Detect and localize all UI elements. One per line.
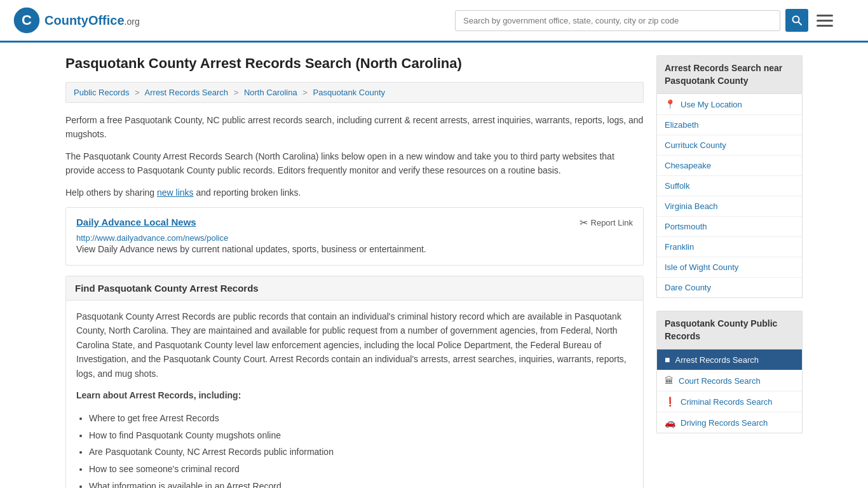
- breadcrumb-state[interactable]: North Carolina: [244, 88, 297, 97]
- sidebar-public-records-title: Pasquotank County Public Records: [656, 311, 803, 349]
- learn-list-item: Where to get free Arrest Records: [89, 410, 633, 427]
- sidebar-near-link[interactable]: Elizabeth: [665, 120, 698, 130]
- desc-para3-prefix: Help others by sharing: [65, 187, 157, 198]
- learn-list-item: How to find Pasquotank County mugshots o…: [89, 427, 633, 444]
- sidebar-near-link[interactable]: Dare County: [665, 283, 711, 292]
- sidebar: Arrest Records Search near Pasquotank Co…: [656, 55, 803, 488]
- sidebar-item-use-my-location[interactable]: 📍 Use My Location: [657, 94, 802, 115]
- search-button[interactable]: [785, 9, 808, 32]
- main-content: Pasquotank County Arrest Records Search …: [65, 55, 644, 488]
- page-title: Pasquotank County Arrest Records Search …: [65, 55, 644, 72]
- sidebar-near-item[interactable]: Portsmouth: [657, 217, 802, 237]
- hamburger-menu-button[interactable]: [813, 11, 836, 30]
- use-my-location-link[interactable]: Use My Location: [681, 100, 742, 109]
- sidebar-near-item[interactable]: Dare County: [657, 278, 802, 297]
- logo-icon: C: [13, 6, 41, 34]
- report-link-button[interactable]: ✂ Report Link: [580, 217, 633, 229]
- breadcrumb-public-records[interactable]: Public Records: [74, 88, 129, 97]
- sidebar-near-link[interactable]: Chesapeake: [665, 161, 711, 170]
- link-card-desc: View Daily Advance news by current natio…: [76, 243, 633, 256]
- breadcrumb-arrest-records[interactable]: Arrest Records Search: [145, 88, 229, 97]
- menu-line: [817, 25, 833, 27]
- find-section: Find Pasquotank County Arrest Records Pa…: [65, 276, 644, 488]
- menu-line: [817, 15, 833, 17]
- sidebar-public-records-icon: ❗: [665, 396, 675, 407]
- new-links-link[interactable]: new links: [157, 187, 194, 198]
- sidebar-near-link[interactable]: Portsmouth: [665, 222, 707, 231]
- sidebar-near-item[interactable]: Suffolk: [657, 176, 802, 196]
- desc-para3-suffix: and reporting broken links.: [194, 187, 301, 198]
- find-section-header: Find Pasquotank County Arrest Records: [66, 276, 643, 301]
- sidebar-public-records-link[interactable]: Criminal Records Search: [681, 397, 773, 407]
- desc-para3: Help others by sharing new links and rep…: [65, 186, 644, 200]
- sidebar-near-item[interactable]: Chesapeake: [657, 156, 802, 176]
- learn-list-item: Are Pasquotank County, NC Arrest Records…: [89, 444, 633, 461]
- sidebar-near-item[interactable]: Currituck County: [657, 135, 802, 156]
- logo-area: C CountyOffice.org: [13, 6, 140, 34]
- sidebar-public-records-icon: 🏛: [665, 376, 674, 386]
- sidebar-near-section: Arrest Records Search near Pasquotank Co…: [656, 55, 803, 298]
- sidebar-near-list: 📍 Use My Location ElizabethCurrituck Cou…: [656, 94, 803, 298]
- sidebar-near-link[interactable]: Suffolk: [665, 181, 690, 191]
- sidebar-public-records-item[interactable]: ■Arrest Records Search: [657, 349, 802, 370]
- learn-list: Where to get free Arrest RecordsHow to f…: [76, 410, 633, 488]
- sidebar-public-records-list: ■Arrest Records Search🏛Court Records Sea…: [656, 349, 803, 433]
- sidebar-public-records-item[interactable]: 🚗Driving Records Search: [657, 412, 802, 433]
- link-card-title-link[interactable]: Daily Advance Local News: [76, 217, 196, 227]
- menu-line: [817, 20, 833, 22]
- search-icon: [792, 15, 802, 25]
- site-header: C CountyOffice.org: [0, 0, 868, 43]
- sidebar-public-records-link[interactable]: Driving Records Search: [681, 418, 768, 428]
- link-card-header: Daily Advance Local News ✂ Report Link: [76, 217, 633, 229]
- location-icon: 📍: [665, 99, 675, 109]
- logo-text: CountyOffice.org: [44, 13, 140, 28]
- svg-line-4: [799, 22, 802, 25]
- scissors-icon: ✂: [580, 217, 588, 229]
- sidebar-near-item[interactable]: Virginia Beach: [657, 196, 802, 217]
- svg-text:C: C: [22, 12, 32, 28]
- sidebar-near-link[interactable]: Currituck County: [665, 140, 726, 150]
- sidebar-near-link[interactable]: Isle of Wight County: [665, 262, 738, 272]
- sidebar-near-item[interactable]: Franklin: [657, 237, 802, 257]
- learn-list-item: What information is available in an Arre…: [89, 478, 633, 488]
- sidebar-public-records-icon: 🚗: [665, 417, 675, 428]
- main-wrapper: Pasquotank County Arrest Records Search …: [53, 43, 815, 488]
- sidebar-public-records-link[interactable]: Arrest Records Search: [675, 355, 759, 365]
- sidebar-near-item[interactable]: Isle of Wight County: [657, 257, 802, 278]
- report-link-label: Report Link: [591, 218, 633, 227]
- breadcrumb: Public Records > Arrest Records Search >…: [65, 82, 644, 103]
- sidebar-near-title: Arrest Records Search near Pasquotank Co…: [656, 55, 803, 94]
- sidebar-public-records-link[interactable]: Court Records Search: [679, 376, 761, 386]
- learn-title: Learn about Arrest Records, including:: [76, 388, 633, 402]
- desc-para2: The Pasquotank County Arrest Records Sea…: [65, 149, 644, 178]
- link-card: Daily Advance Local News ✂ Report Link h…: [65, 207, 644, 266]
- link-card-url[interactable]: http://www.dailyadvance.com/news/police: [76, 233, 228, 243]
- breadcrumb-sep: >: [302, 88, 308, 97]
- link-card-title: Daily Advance Local News: [76, 217, 196, 227]
- search-input[interactable]: [455, 10, 780, 31]
- breadcrumb-sep: >: [234, 88, 239, 97]
- sidebar-public-records-item[interactable]: ❗Criminal Records Search: [657, 391, 802, 412]
- search-area: [455, 9, 836, 32]
- breadcrumb-county[interactable]: Pasquotank County: [313, 88, 385, 97]
- find-section-body: Pasquotank County Arrest Records are pub…: [66, 301, 643, 488]
- sidebar-near-item[interactable]: Elizabeth: [657, 115, 802, 135]
- find-section-body-text: Pasquotank County Arrest Records are pub…: [76, 309, 633, 381]
- sidebar-public-records-item[interactable]: 🏛Court Records Search: [657, 370, 802, 391]
- sidebar-public-records-icon: ■: [665, 355, 670, 365]
- sidebar-public-records-section: Pasquotank County Public Records ■Arrest…: [656, 311, 803, 433]
- sidebar-near-link[interactable]: Virginia Beach: [665, 201, 718, 211]
- breadcrumb-sep: >: [135, 88, 140, 97]
- learn-list-item: How to see someone's criminal record: [89, 461, 633, 478]
- desc-para1: Perform a free Pasquotank County, NC pub…: [65, 113, 644, 142]
- sidebar-near-link[interactable]: Franklin: [665, 242, 694, 252]
